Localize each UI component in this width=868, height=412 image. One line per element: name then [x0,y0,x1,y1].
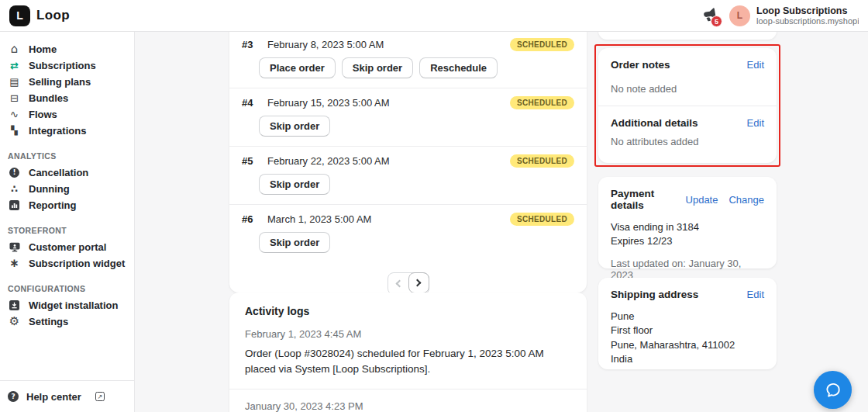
sidebar-item-label: Dunning [29,183,70,195]
activity-logs-title: Activity logs [245,305,571,317]
help-icon: ? [8,391,19,402]
home-icon: ⌂ [8,43,21,55]
sidebar-item-label: Bundles [29,92,68,104]
main-content: #3 February 8, 2023 5:00 AM SCHEDULED Pl… [135,32,868,412]
integrations-icon: ▚ [8,126,21,135]
dunning-icon: ∴ [8,184,21,194]
pagination [229,262,587,293]
payment-details-card: Payment details Update Change Visa endin… [598,177,777,268]
additional-details-section: Additional details Edit No attributes ad… [598,106,777,158]
sidebar-item-subscriptions[interactable]: ⇄ Subscriptions [0,57,134,74]
address-line: First floor [611,324,764,338]
pagination-prev-button[interactable] [388,273,409,293]
sidebar-section-storefront: STOREFRONT [8,226,134,235]
shipping-edit-link[interactable]: Edit [747,289,764,300]
sidebar-item-label: Cancellation [29,167,88,178]
shipping-address-card: Shipping address Edit Pune First floor P… [598,278,777,369]
chat-widget-button[interactable] [814,371,852,409]
payment-change-link[interactable]: Change [728,194,764,206]
order-notes-title: Order notes [611,59,670,71]
chat-bubble-icon [824,381,842,400]
sidebar-item-cancellation[interactable]: ! Cancellation [0,164,134,181]
card-expiry-text: Expires 12/23 [611,234,764,248]
sidebar-item-bundles[interactable]: ⊟ Bundles [0,90,134,106]
reschedule-button[interactable]: Reschedule [419,57,498,78]
skip-order-button[interactable]: Skip order [259,116,330,137]
chevron-right-icon [414,279,422,287]
order-notes-edit-link[interactable]: Edit [747,59,764,71]
sidebar-item-flows[interactable]: ∿ Flows [0,106,134,123]
cancellation-icon: ! [9,168,19,178]
sidebar-item-dunning[interactable]: ∴ Dunning [0,181,134,197]
sidebar-item-label: Subscription widget [29,258,125,269]
place-order-button[interactable]: Place order [259,57,336,78]
external-link-icon: ↗ [95,392,105,401]
payment-update-link[interactable]: Update [686,194,718,206]
sidebar-item-settings[interactable]: ⚙ Settings [0,313,134,330]
order-row: #5 February 22, 2023 5:00 AM SCHEDULED S… [229,146,587,204]
order-number: #5 [242,155,257,167]
sidebar-item-subscription-widget[interactable]: ∗ Subscription widget [0,255,134,272]
sidebar-item-label: Home [29,43,57,55]
order-date: February 15, 2023 5:00 AM [267,97,390,109]
widget-installation-icon [9,300,19,310]
order-date: February 8, 2023 5:00 AM [267,39,384,50]
subscriptions-icon: ⇄ [8,61,21,71]
skip-order-button[interactable]: Skip order [259,174,330,195]
activity-logs-card: Activity logs February 1, 2023 4:45 AM O… [229,293,587,412]
payment-details-title: Payment details [611,188,686,211]
additional-details-title: Additional details [611,117,698,129]
help-center-label: Help center [26,391,81,403]
order-row: #4 February 15, 2023 5:00 AM SCHEDULED S… [229,88,587,146]
settings-gear-icon: ⚙ [8,316,21,327]
loop-logo-icon: L [9,5,30,26]
card-ending-text: Visa ending in 3184 [611,220,764,234]
order-number: #6 [242,213,257,225]
additional-details-edit-link[interactable]: Edit [747,117,764,129]
announcements-button[interactable]: 5 [701,7,718,24]
sidebar: ⌂ Home ⇄ Subscriptions ▤ Selling plans ⊟… [0,32,135,412]
skip-order-button[interactable]: Skip order [342,57,413,78]
sidebar-item-reporting[interactable]: Reporting [0,197,134,213]
order-notes-section: Order notes Edit No note added [598,48,777,106]
order-notes-card: Order notes Edit No note added Additiona… [598,48,777,163]
shipping-address-title: Shipping address [611,289,698,300]
address-line: Pune [611,310,764,324]
divider [229,389,587,389]
bundles-icon: ⊟ [8,93,21,103]
topbar: L Loop 5 L Loop Subscriptions loop-subsc… [0,0,868,32]
log-timestamp: January 30, 2023 4:23 PM [245,400,571,412]
sidebar-item-label: Reporting [29,199,76,211]
pagination-next-button[interactable] [408,272,429,293]
status-badge: SCHEDULED [510,96,574,109]
skip-order-button[interactable]: Skip order [259,232,330,253]
order-date: March 1, 2023 5:00 AM [267,213,371,225]
customer-portal-icon [9,242,20,252]
order-date: February 22, 2023 5:00 AM [267,155,390,167]
avatar: L [729,5,750,26]
sidebar-item-label: Customer portal [29,241,106,253]
additional-details-empty-text: No attributes added [611,136,764,147]
reporting-icon [9,200,19,210]
help-center-link[interactable]: ? Help center ↗ [0,380,134,412]
log-message: Order (Loop #3028024) scheduled for Febr… [245,346,571,378]
sidebar-item-label: Subscriptions [29,60,96,71]
sidebar-item-integrations[interactable]: ▚ Integrations [0,123,134,139]
sidebar-item-customer-portal[interactable]: Customer portal [0,239,134,255]
account-menu[interactable]: L Loop Subscriptions loop-subscriptions.… [729,5,859,26]
log-timestamp: February 1, 2023 4:45 AM [245,328,571,340]
sidebar-item-selling-plans[interactable]: ▤ Selling plans [0,74,134,90]
sidebar-item-home[interactable]: ⌂ Home [0,41,134,57]
sidebar-item-label: Widget installation [29,299,118,311]
sidebar-section-configurations: CONFIGURATIONS [8,284,134,293]
loop-wordmark: Loop [36,8,70,23]
order-notes-empty-text: No note added [611,83,764,95]
sidebar-item-label: Settings [29,316,68,327]
status-badge: SCHEDULED [510,38,574,51]
loop-logo[interactable]: L Loop [9,5,70,26]
sidebar-item-widget-installation[interactable]: Widget installation [0,297,134,313]
address-line: Pune, Maharashtra, 411002 [611,338,764,352]
sidebar-item-label: Flows [29,109,57,120]
address-line: India [611,352,764,366]
sidebar-item-label: Selling plans [29,76,91,88]
